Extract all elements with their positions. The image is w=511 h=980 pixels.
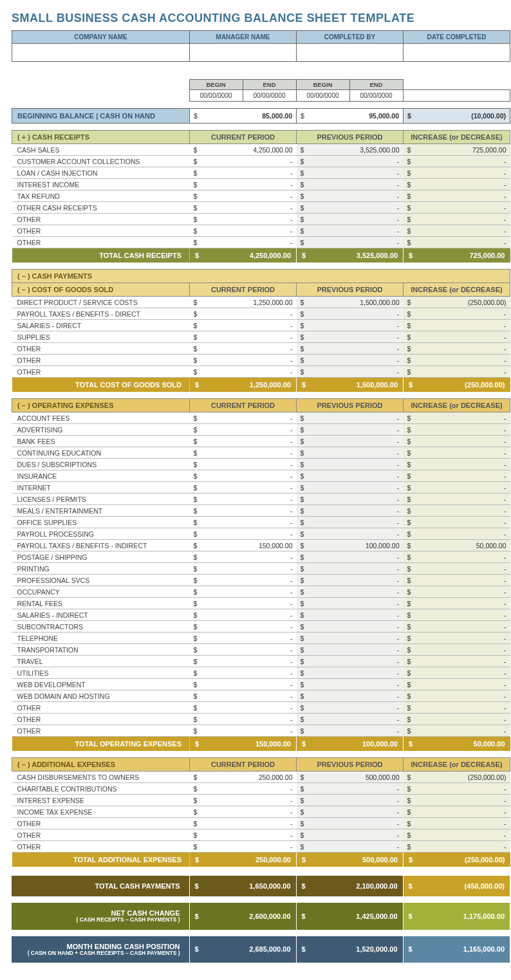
row-previous[interactable]: $-	[297, 343, 404, 355]
row-current[interactable]: $-	[190, 156, 297, 167]
row-current[interactable]: $-	[190, 167, 297, 179]
row-current[interactable]: $-	[190, 598, 297, 609]
row-current[interactable]: $-	[190, 505, 297, 517]
row-previous[interactable]: $-	[297, 436, 404, 447]
row-current[interactable]: $-	[190, 459, 297, 470]
row-previous[interactable]: $500,000.00	[297, 772, 404, 783]
row-previous[interactable]: $-	[297, 482, 404, 494]
row-previous[interactable]: $-	[297, 656, 404, 667]
row-previous[interactable]: $-	[297, 563, 404, 575]
row-current[interactable]: $-	[190, 237, 297, 248]
row-current[interactable]: $-	[190, 424, 297, 436]
row-current[interactable]: $-	[190, 563, 297, 575]
row-previous[interactable]: $-	[297, 470, 404, 482]
row-current[interactable]: $-	[190, 202, 297, 214]
row-previous[interactable]: $-	[297, 190, 404, 202]
row-previous[interactable]: $-	[297, 829, 404, 841]
beginning-balance-previous[interactable]: $ 95,000.00	[297, 109, 404, 124]
row-previous[interactable]: $-	[297, 459, 404, 470]
row-previous[interactable]: $-	[297, 167, 404, 179]
row-current[interactable]: $-	[190, 225, 297, 237]
row-current[interactable]: $-	[190, 644, 297, 656]
row-current[interactable]: $-	[190, 470, 297, 482]
row-current[interactable]: $1,250,000.00	[190, 297, 297, 308]
row-current[interactable]: $-	[190, 725, 297, 737]
row-current[interactable]: $-	[190, 783, 297, 795]
row-current[interactable]: $-	[190, 575, 297, 586]
row-current[interactable]: $250,000.00	[190, 772, 297, 783]
row-current[interactable]: $-	[190, 633, 297, 644]
row-current[interactable]: $-	[190, 320, 297, 331]
row-current[interactable]: $-	[190, 667, 297, 679]
row-current[interactable]: $-	[190, 308, 297, 320]
row-previous[interactable]: $-	[297, 621, 404, 633]
row-previous[interactable]: $-	[297, 494, 404, 505]
row-current[interactable]: $-	[190, 179, 297, 190]
row-current[interactable]: $-	[190, 621, 297, 633]
row-previous[interactable]: $-	[297, 702, 404, 714]
row-previous[interactable]: $-	[297, 331, 404, 343]
row-previous[interactable]: $-	[297, 202, 404, 214]
beginning-balance-current[interactable]: $ 85,000.00	[190, 109, 297, 124]
row-current[interactable]: $-	[190, 829, 297, 841]
row-previous[interactable]: $-	[297, 366, 404, 378]
row-current[interactable]: $-	[190, 412, 297, 424]
row-current[interactable]: $150,000.00	[190, 540, 297, 551]
row-current[interactable]: $-	[190, 517, 297, 528]
row-previous[interactable]: $-	[297, 725, 404, 737]
row-previous[interactable]: $-	[297, 841, 404, 853]
row-previous[interactable]: $-	[297, 818, 404, 829]
row-previous[interactable]: $-	[297, 528, 404, 540]
row-previous[interactable]: $-	[297, 505, 404, 517]
row-previous[interactable]: $-	[297, 156, 404, 167]
row-current[interactable]: $-	[190, 482, 297, 494]
row-previous[interactable]: $-	[297, 225, 404, 237]
row-previous[interactable]: $-	[297, 690, 404, 702]
previous-begin-input[interactable]: 00/00/0000	[296, 90, 349, 102]
row-previous[interactable]: $-	[297, 714, 404, 725]
row-previous[interactable]: $-	[297, 633, 404, 644]
current-end-input[interactable]: 00/00/0000	[243, 90, 296, 102]
row-previous[interactable]: $-	[297, 355, 404, 366]
row-current[interactable]: $-	[190, 690, 297, 702]
row-current[interactable]: $-	[190, 366, 297, 378]
row-current[interactable]: $-	[190, 806, 297, 818]
row-current[interactable]: $-	[190, 214, 297, 225]
row-current[interactable]: $-	[190, 343, 297, 355]
row-previous[interactable]: $-	[297, 237, 404, 248]
row-previous[interactable]: $1,500,000.00	[297, 297, 404, 308]
row-previous[interactable]: $-	[297, 179, 404, 190]
row-previous[interactable]: $-	[297, 586, 404, 598]
row-previous[interactable]: $-	[297, 598, 404, 609]
row-previous[interactable]: $-	[297, 447, 404, 459]
row-current[interactable]: $-	[190, 795, 297, 806]
row-previous[interactable]: $-	[297, 517, 404, 528]
row-current[interactable]: $-	[190, 818, 297, 829]
row-previous[interactable]: $-	[297, 667, 404, 679]
company-name-input[interactable]	[12, 44, 190, 62]
previous-end-input[interactable]: 00/00/0000	[349, 90, 403, 102]
row-current[interactable]: $-	[190, 656, 297, 667]
date-completed-input[interactable]	[404, 44, 510, 62]
row-current[interactable]: $-	[190, 551, 297, 563]
row-previous[interactable]: $-	[297, 679, 404, 690]
row-current[interactable]: $-	[190, 609, 297, 621]
row-current[interactable]: $-	[190, 714, 297, 725]
row-current[interactable]: $-	[190, 355, 297, 366]
row-previous[interactable]: $-	[297, 320, 404, 331]
row-current[interactable]: $-	[190, 190, 297, 202]
row-current[interactable]: $-	[190, 331, 297, 343]
row-current[interactable]: $-	[190, 436, 297, 447]
completed-by-input[interactable]	[297, 44, 404, 62]
row-current[interactable]: $-	[190, 679, 297, 690]
row-previous[interactable]: $-	[297, 795, 404, 806]
row-current[interactable]: $-	[190, 841, 297, 853]
row-previous[interactable]: $3,525,000.00	[297, 144, 404, 156]
row-previous[interactable]: $-	[297, 214, 404, 225]
row-previous[interactable]: $-	[297, 609, 404, 621]
row-current[interactable]: $-	[190, 702, 297, 714]
row-previous[interactable]: $-	[297, 412, 404, 424]
row-current[interactable]: $-	[190, 586, 297, 598]
row-previous[interactable]: $-	[297, 424, 404, 436]
current-begin-input[interactable]: 00/00/0000	[189, 90, 243, 102]
